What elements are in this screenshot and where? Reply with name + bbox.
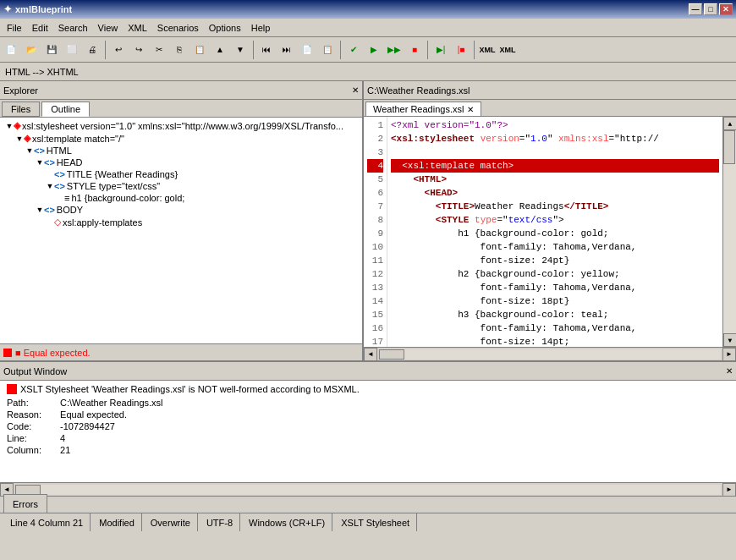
tb-next[interactable]: ⏭ [277, 41, 296, 59]
output-reason-value: Equal expected. [60, 409, 127, 420]
tree-toggle[interactable] [46, 218, 54, 227]
output-hscroll-track[interactable] [15, 485, 721, 495]
title-bar: ✦ xmlBlueprint — □ ✕ [0, 0, 736, 19]
menu-view[interactable]: View [93, 21, 124, 35]
line-num: 8 [367, 213, 383, 227]
status-modified-text: Modified [99, 518, 135, 528]
tb-check[interactable]: ✔ [344, 41, 363, 59]
editor-tab-close[interactable]: ✕ [467, 105, 474, 114]
hscroll-right[interactable]: ► [722, 348, 736, 361]
line-num: 14 [367, 294, 383, 308]
menu-help[interactable]: Help [246, 21, 276, 35]
vscroll-down[interactable]: ▼ [723, 333, 736, 347]
tb-doc[interactable]: 📄 [298, 41, 316, 59]
tb-undo[interactable]: ↩ [109, 41, 128, 59]
tree-label: BODY [57, 205, 83, 215]
tb-stop[interactable]: ■ [405, 41, 424, 59]
output-hscroll-right[interactable]: ► [722, 483, 736, 497]
tb-paste[interactable]: 📋 [190, 41, 209, 59]
output-close-button[interactable]: ✕ [726, 366, 733, 376]
hscroll-track[interactable] [379, 349, 721, 360]
tb-open[interactable]: 📂 [22, 41, 41, 59]
vscroll-up[interactable]: ▲ [723, 117, 736, 130]
tree-item[interactable]: ▼ ◈ xsl:stylesheet version="1.0" xmlns:x… [2, 119, 360, 132]
tree-toggle[interactable]: ▼ [46, 182, 54, 190]
tab-files[interactable]: Files [2, 102, 40, 117]
tb-prev[interactable]: ⏮ [257, 41, 276, 59]
tb-step[interactable]: |■ [452, 41, 470, 59]
code-line: <xsl:stylesheet version="1.0" xmlns:xsl=… [391, 132, 719, 145]
errors-tab[interactable]: Errors [3, 494, 47, 513]
tb-print[interactable]: 🖨 [83, 41, 102, 59]
tree-toggle[interactable] [46, 170, 54, 178]
editor-panel: C:\Weather Readings.xsl Weather Readings… [364, 81, 736, 360]
explorer-close-button[interactable]: ✕ [352, 85, 359, 95]
tree-icon: <> [34, 145, 45, 156]
tree-item[interactable]: ◇ xsl:apply-templates [2, 216, 360, 228]
hscroll-left[interactable]: ◄ [364, 348, 377, 361]
tb-debug[interactable]: ▶| [431, 41, 450, 59]
tree-item[interactable]: ▼ <> HEAD [2, 156, 360, 168]
output-hscroll[interactable]: ◄ ► [0, 482, 736, 496]
tb-up[interactable]: ▲ [211, 41, 229, 59]
menu-edit[interactable]: Edit [27, 21, 53, 35]
toolbar-sep-5 [474, 41, 475, 59]
tree-toggle[interactable]: ▼ [5, 122, 14, 130]
tb-saveall[interactable]: ⬜ [63, 41, 81, 59]
menu-scenarios[interactable]: Scenarios [152, 21, 204, 35]
tree-item[interactable]: ▼ ◈ xsl:template match="/" [2, 132, 360, 145]
tb-play2[interactable]: ▶▶ [385, 41, 404, 59]
code-line: font-family: Tahoma,Verdana, [391, 321, 719, 335]
tb-down[interactable]: ▼ [231, 41, 250, 59]
tb-xml2[interactable]: XML [498, 41, 517, 59]
tab-outline[interactable]: Outline [41, 102, 90, 117]
maximize-button[interactable]: □ [704, 3, 717, 15]
output-detail-path: Path: C:\Weather Readings.xsl [7, 398, 729, 408]
editor-tab-main[interactable]: Weather Readings.xsl ✕ [365, 102, 481, 116]
tree-toggle[interactable]: ▼ [36, 206, 44, 214]
vscroll-thumb[interactable] [723, 130, 735, 164]
tree-toggle[interactable] [56, 194, 64, 202]
editor-vscroll[interactable]: ▲ ▼ [722, 117, 736, 347]
tb-cut[interactable]: ✂ [150, 41, 168, 59]
output-line-label: Line: [7, 433, 58, 443]
line-num: 11 [367, 254, 383, 267]
tb-redo[interactable]: ↪ [129, 41, 148, 59]
editor-hscroll[interactable]: ◄ ► [364, 347, 736, 360]
output-column-value: 21 [60, 445, 70, 455]
code-line: h1 {background-color: gold; [391, 227, 719, 240]
output-reason-label: Reason: [7, 409, 58, 420]
tb-copy[interactable]: ⎘ [170, 41, 189, 59]
tree-toggle[interactable]: ▼ [25, 146, 34, 155]
output-error-text: XSLT Stylesheet 'Weather Readings.xsl' i… [20, 384, 360, 394]
output-hscroll-thumb[interactable] [15, 485, 41, 495]
menu-options[interactable]: Options [204, 21, 246, 35]
tree-item[interactable]: ≡ h1 {background-color: gold; [2, 192, 360, 204]
minimize-button[interactable]: — [689, 3, 702, 15]
code-area[interactable]: <?xml version="1.0"?> <xsl:stylesheet ve… [387, 117, 722, 347]
tree-toggle[interactable]: ▼ [15, 135, 24, 143]
menu-file[interactable]: File [2, 21, 27, 35]
tb-clip[interactable]: 📋 [318, 41, 337, 59]
output-detail-reason: Reason: Equal expected. [7, 409, 729, 420]
tree-icon: ≡ [64, 193, 69, 203]
tree-item[interactable]: ▼ <> HTML [2, 145, 360, 156]
vscroll-track[interactable] [723, 130, 736, 333]
menu-search[interactable]: Search [53, 21, 93, 35]
editor-path: C:\Weather Readings.xsl [367, 85, 470, 96]
main-area: Explorer ✕ Files Outline ▼ ◈ xsl:stylesh… [0, 81, 736, 360]
code-line: <HEAD> [391, 186, 719, 200]
code-line: <STYLE type="text/css"> [391, 213, 719, 227]
tree-item[interactable]: ▼ <> BODY [2, 204, 360, 216]
close-button[interactable]: ✕ [719, 3, 733, 15]
tree-item[interactable]: <> TITLE {Weather Readings} [2, 168, 360, 180]
hscroll-thumb[interactable] [379, 349, 404, 360]
tb-play[interactable]: ▶ [365, 41, 383, 59]
output-column-label: Column: [7, 445, 58, 455]
tree-item[interactable]: ▼ <> STYLE type="text/css" [2, 180, 360, 192]
tb-save[interactable]: 💾 [42, 41, 61, 59]
tb-new[interactable]: 📄 [2, 41, 20, 59]
tree-toggle[interactable]: ▼ [36, 158, 44, 167]
tb-xml1[interactable]: XML [478, 41, 497, 59]
menu-xml[interactable]: XML [123, 21, 152, 35]
